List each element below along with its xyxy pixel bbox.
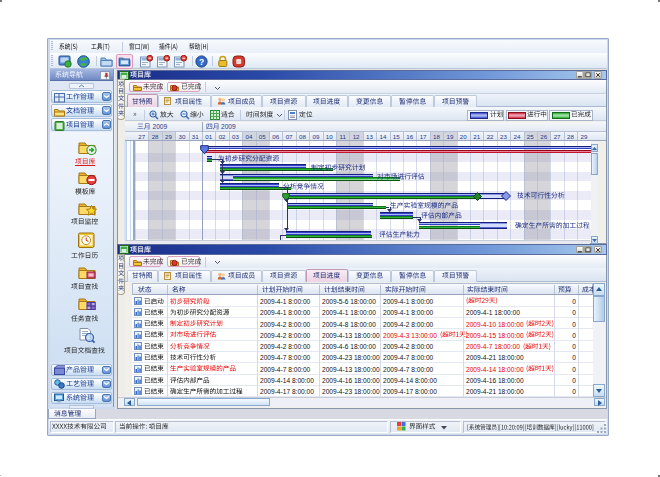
svg-text:?: ? xyxy=(199,57,204,67)
